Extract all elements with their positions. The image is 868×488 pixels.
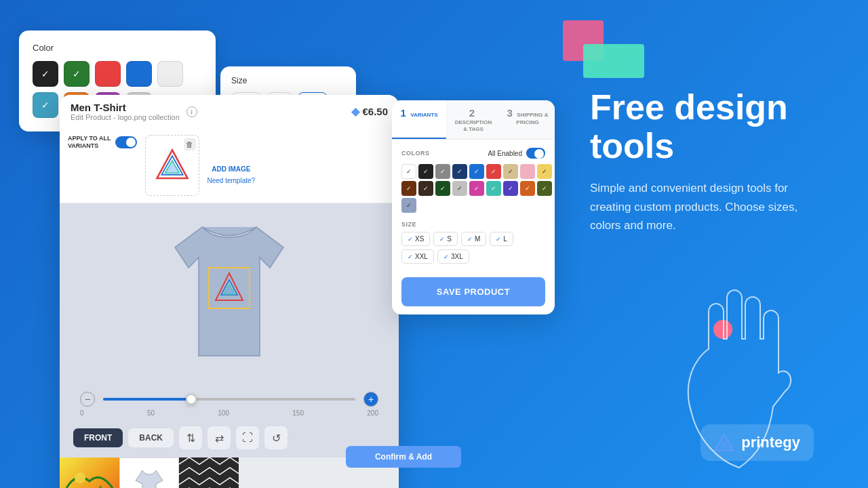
size-m[interactable]: ✓ M — [461, 232, 486, 246]
confirm-bar: Confirm & Add — [346, 446, 461, 468]
hand-svg — [665, 271, 814, 488]
info-icon[interactable]: i — [186, 106, 197, 117]
variant-color-silver[interactable]: ✓ — [452, 181, 467, 196]
variant-color-burnt[interactable]: ✓ — [520, 181, 535, 196]
confirm-add-button[interactable]: Confirm & Add — [346, 446, 461, 468]
price: €6.50 — [362, 106, 388, 117]
colors-grid: ✓ ✓ ✓ ✓ ✓ ✓ ✓ ✓ ✓ ✓ ✓ ✓ ✓ ✓ ✓ ✓ ✓ ✓ — [401, 164, 545, 213]
svg-marker-4 — [165, 161, 179, 173]
swatch-teal[interactable]: ✓ — [33, 92, 58, 118]
all-enabled-label: All Enabled — [488, 150, 522, 157]
diamond-icon: ◆ — [351, 105, 359, 118]
marketing-content: Free design tools Simple and convenient … — [590, 88, 814, 262]
swatch-green[interactable]: ✓ — [64, 61, 90, 87]
save-product-button[interactable]: SAVE PRODUCT — [401, 277, 545, 306]
swatch-blue[interactable] — [126, 61, 152, 87]
variants-body: COLORS All Enabled ✓ ✓ ✓ ✓ ✓ ✓ ✓ ✓ ✓ ✓ ✓… — [392, 140, 555, 314]
thumb-1[interactable] — [60, 458, 119, 488]
design-panel: APPLY TO ALLVARIANTS 🗑 ADD IMAGE Need te… — [60, 128, 399, 203]
slider-labels: 0 50 100 150 200 — [60, 409, 399, 421]
slider-label-200: 200 — [367, 409, 378, 417]
editor-card: Men T-Shirt Edit Product - logo.png coll… — [60, 95, 399, 488]
slider-track[interactable] — [103, 398, 355, 401]
hand-illustration — [665, 271, 814, 488]
thumb-2-art — [129, 464, 170, 488]
size-3xl[interactable]: ✓ 3XL — [437, 249, 469, 264]
apply-all-toggle: APPLY TO ALLVARIANTS — [68, 135, 137, 150]
tab-shipping[interactable]: 3 SHIPPING &PRICING — [500, 100, 555, 139]
variant-color-black[interactable]: ✓ — [418, 164, 433, 179]
design-image-box: 🗑 — [145, 135, 199, 196]
variant-color-magenta[interactable]: ✓ — [469, 181, 484, 196]
back-view-button[interactable]: BACK — [128, 428, 174, 447]
add-image-button[interactable]: ADD IMAGE — [208, 165, 256, 173]
delete-design-button[interactable]: 🗑 — [184, 138, 196, 150]
thumb-2[interactable] — [119, 458, 179, 488]
size-s[interactable]: ✓ S — [433, 232, 458, 246]
size-section: SIZE ✓ XS ✓ S ✓ M ✓ L ✓ XXL ✓ 3XL — [401, 221, 545, 264]
size-section-title: SIZE — [401, 221, 545, 228]
need-template-link[interactable]: Need template? — [208, 177, 256, 184]
apply-all-section: APPLY TO ALLVARIANTS — [68, 135, 137, 150]
price-badge: ◆ €6.50 — [351, 105, 388, 118]
variant-color-blue[interactable]: ✓ — [469, 164, 484, 179]
headline: Free design tools — [590, 88, 814, 165]
variant-color-teal[interactable]: ✓ — [486, 181, 501, 196]
slider-fill — [103, 398, 191, 401]
all-enabled-toggle-control[interactable] — [526, 148, 545, 159]
flip-vertical-button[interactable]: ⇄ — [208, 426, 231, 449]
variant-color-sand[interactable]: ✓ — [503, 164, 518, 179]
svg-point-12 — [75, 472, 85, 483]
size-xxl[interactable]: ✓ XXL — [401, 249, 434, 264]
size-xs[interactable]: ✓ XS — [401, 232, 430, 246]
variant-color-white[interactable]: ✓ — [401, 164, 416, 179]
variant-color-navy[interactable]: ✓ — [452, 164, 467, 179]
tab-variants[interactable]: 1 VARIANTS — [392, 100, 446, 139]
swatch-black[interactable]: ✓ — [33, 61, 58, 87]
flip-horizontal-button[interactable]: ⇅ — [179, 426, 202, 449]
deco-mint-shape — [583, 44, 644, 78]
product-name: Men T-Shirt — [71, 102, 180, 113]
apply-all-label: APPLY TO ALLVARIANTS — [68, 135, 111, 150]
slider-increase-button[interactable]: + — [363, 392, 378, 407]
variants-panel: 1 VARIANTS 2 DESCRIPTION& TAGS 3 SHIPPIN… — [392, 100, 555, 314]
tab-description[interactable]: 2 DESCRIPTION& TAGS — [446, 100, 500, 139]
size-l[interactable]: ✓ L — [490, 232, 513, 246]
subtext: Simple and convenient design tools for c… — [590, 179, 814, 235]
color-card-title: Color — [33, 43, 202, 53]
variant-color-pink[interactable] — [520, 164, 535, 179]
size-card-title: Size — [231, 76, 345, 85]
variant-color-slate[interactable]: ✓ — [401, 198, 416, 213]
step-tabs: 1 VARIANTS 2 DESCRIPTION& TAGS 3 SHIPPIN… — [392, 100, 555, 140]
variant-color-darkgreen[interactable]: ✓ — [435, 181, 450, 196]
variant-color-brown[interactable]: ✓ — [401, 181, 416, 196]
variant-color-olive[interactable]: ✓ — [537, 181, 552, 196]
slider-label-150: 150 — [292, 409, 304, 417]
color-row-1: ✓ ✓ — [33, 61, 202, 87]
variant-color-yellow[interactable]: ✓ — [537, 164, 552, 179]
slider-area: − + — [60, 386, 399, 409]
slider-label-100: 100 — [218, 409, 229, 417]
slider-thumb[interactable] — [186, 394, 197, 405]
variant-color-red[interactable]: ✓ — [486, 164, 501, 179]
slider-label-0: 0 — [80, 409, 84, 417]
front-view-button[interactable]: FRONT — [73, 428, 123, 447]
swatch-light[interactable] — [157, 61, 183, 87]
all-enabled-toggle: All Enabled — [488, 148, 545, 159]
transform-button[interactable]: ⛶ — [236, 426, 259, 449]
rotate-button[interactable]: ↺ — [264, 426, 288, 449]
thumb-3[interactable] — [179, 458, 239, 488]
colors-section-header: COLORS All Enabled — [401, 148, 545, 159]
tshirt-canvas — [60, 203, 399, 386]
variant-color-indigo[interactable]: ✓ — [503, 181, 518, 196]
product-subtitle: Edit Product - logo.png collection — [71, 113, 180, 121]
variant-color-gray[interactable]: ✓ — [435, 164, 450, 179]
editor-topbar: Men T-Shirt Edit Product - logo.png coll… — [60, 95, 399, 128]
design-logo-preview — [155, 148, 190, 183]
design-actions: ADD IMAGE Need template? — [208, 135, 256, 184]
apply-all-toggle-control[interactable] — [115, 136, 137, 148]
swatch-red[interactable] — [95, 61, 121, 87]
slider-decrease-button[interactable]: − — [80, 392, 95, 407]
thumb-1-art — [60, 458, 119, 488]
variant-color-darkbrown[interactable]: ✓ — [418, 181, 433, 196]
